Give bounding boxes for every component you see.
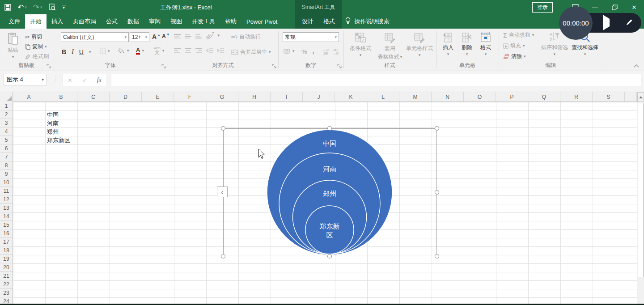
cell-B3[interactable]: 河南 (47, 119, 59, 127)
format-painter-button[interactable]: 格式刷 (25, 53, 49, 60)
row-header-12[interactable]: 12 (0, 195, 13, 204)
row-header-2[interactable]: 2 (0, 110, 13, 119)
row-header-23[interactable]: 23 (0, 289, 13, 297)
sign-in-button[interactable]: 登录 (532, 2, 553, 13)
column-header-O[interactable]: O (464, 92, 496, 102)
column-header-B[interactable]: B (45, 92, 77, 102)
column-header-F[interactable]: F (174, 92, 206, 102)
column-header-Q[interactable]: Q (528, 92, 560, 102)
name-box[interactable]: 图示 4 ▾ (4, 74, 47, 85)
formula-bar-splitter[interactable]: ⋮ (53, 75, 59, 82)
increase-decimal-button[interactable]: ←.0.00 (322, 48, 329, 55)
column-header-C[interactable]: C (77, 92, 110, 102)
align-middle-icon[interactable] (185, 34, 191, 38)
row-header-19[interactable]: 19 (0, 255, 13, 263)
insert-function-button[interactable]: fx (97, 76, 102, 84)
select-all-button[interactable] (0, 92, 13, 102)
column-header-L[interactable]: L (367, 92, 399, 102)
merge-center-button[interactable]: 合并后居中 ▾ (231, 48, 271, 56)
autosum-button[interactable]: Σ 自动求和 ▾ (503, 31, 534, 39)
decrease-decimal-button[interactable]: .00→.0 (332, 48, 339, 55)
column-header-H[interactable]: H (238, 92, 271, 102)
column-header-A[interactable]: A (13, 92, 45, 102)
alignment-dialog-launcher[interactable] (272, 64, 277, 69)
row-header-18[interactable]: 18 (0, 246, 13, 255)
clipboard-dialog-launcher[interactable] (47, 64, 51, 69)
column-header-K[interactable]: K (335, 92, 367, 102)
row-header-16[interactable]: 16 (0, 229, 13, 238)
formula-input[interactable] (111, 74, 641, 86)
name-box-dropdown[interactable]: ▾ (42, 78, 44, 82)
column-header-J[interactable]: J (303, 92, 335, 102)
number-dialog-launcher[interactable] (337, 64, 342, 69)
wrap-text-button[interactable]: ab 自动换行 (231, 33, 261, 41)
collapse-ribbon-button[interactable] (633, 64, 640, 68)
row-header-6[interactable]: 6 (0, 144, 13, 153)
cell-B2[interactable]: 中国 (47, 110, 59, 119)
scrollbar-thumb[interactable] (638, 103, 644, 277)
scroll-up-button[interactable] (637, 92, 644, 102)
tell-me-search[interactable]: 操作说明搜索 (340, 14, 394, 29)
record-play-button[interactable] (603, 19, 610, 27)
tab-file[interactable]: 文件 (4, 14, 25, 29)
row-header-11[interactable]: 11 (0, 187, 13, 195)
cancel-entry-button[interactable]: ✕ (68, 77, 72, 84)
underline-dropdown[interactable]: ▾ (89, 50, 91, 54)
font-color-button[interactable]: A ▾ (136, 47, 144, 55)
font-dialog-launcher[interactable] (161, 64, 166, 69)
row-header-14[interactable]: 14 (0, 212, 13, 221)
align-center-icon[interactable] (185, 48, 191, 53)
increase-font-button[interactable]: A▲ (152, 33, 161, 40)
row-header-5[interactable]: 5 (0, 136, 13, 144)
row-header-10[interactable]: 10 (0, 178, 13, 187)
column-header-E[interactable]: E (142, 92, 174, 102)
tab-insert[interactable]: 插入 (47, 14, 68, 29)
confirm-entry-button[interactable]: ✓ (82, 77, 87, 84)
insert-cells-button[interactable]: 插入 ▾ (440, 32, 457, 56)
save-icon[interactable] (4, 4, 11, 11)
tab-page-layout[interactable]: 页面布局 (68, 14, 101, 29)
phonetic-button[interactable]: wén文 ▾ (154, 47, 164, 55)
orientation-button[interactable]: ab↗ ▾ (205, 32, 220, 38)
vertical-scrollbar[interactable] (637, 92, 644, 305)
font-size-combo[interactable]: 12+▾ (130, 32, 149, 42)
row-header-3[interactable]: 3 (0, 119, 13, 127)
borders-button[interactable]: ▾ (100, 48, 110, 54)
row-header-15[interactable]: 15 (0, 221, 13, 229)
format-as-table-button[interactable]: 套用 表格格式▾ (376, 32, 404, 61)
cut-button[interactable]: ✂ 剪切 (25, 33, 42, 41)
column-header-S[interactable]: S (593, 92, 625, 102)
tab-smartart-format[interactable]: 格式 (318, 14, 340, 29)
row-header-1[interactable]: 1 (0, 102, 13, 110)
format-cells-button[interactable]: 格式 ▾ (477, 32, 494, 56)
italic-button[interactable]: I (72, 48, 74, 55)
tab-home[interactable]: 开始 (25, 14, 47, 29)
row-header-22[interactable]: 22 (0, 280, 13, 289)
redo-button[interactable]: ↷▾ (33, 4, 42, 11)
column-header-R[interactable]: R (560, 92, 593, 102)
bold-button[interactable]: B (62, 48, 66, 55)
paste-button[interactable]: 粘贴 ▾ (4, 32, 22, 59)
row-header-9[interactable]: 9 (0, 170, 13, 178)
fill-button[interactable]: 填充 ▾ (503, 42, 525, 50)
tab-review[interactable]: 审阅 (144, 14, 165, 29)
conditional-formatting-button[interactable]: ≠ 条件格式 ▾ (347, 32, 374, 57)
sheet-grid[interactable]: 中国河南郑州郑东新区 (0, 102, 637, 305)
fill-color-button[interactable]: ▾ (118, 47, 129, 54)
tab-view[interactable]: 视图 (165, 14, 187, 29)
undo-button[interactable]: ↶▾ (17, 4, 27, 11)
column-header-N[interactable]: N (432, 92, 464, 102)
underline-button[interactable]: U (79, 48, 84, 55)
column-header-I[interactable]: I (271, 92, 303, 102)
record-edit-button[interactable] (626, 18, 633, 28)
row-header-4[interactable]: 4 (0, 127, 13, 136)
cell-styles-button[interactable]: 单元格样式 ▾ (405, 32, 434, 57)
row-header-13[interactable]: 13 (0, 204, 13, 212)
accounting-format-button[interactable]: ▾ (284, 48, 295, 54)
delete-cells-button[interactable]: 删除 ▾ (458, 32, 475, 56)
row-header-8[interactable]: 8 (0, 161, 13, 170)
tab-power-pivot[interactable]: Power Pivot (242, 14, 282, 29)
tab-data[interactable]: 数据 (123, 14, 144, 29)
align-left-icon[interactable] (174, 48, 181, 53)
print-preview-icon[interactable] (49, 4, 56, 11)
